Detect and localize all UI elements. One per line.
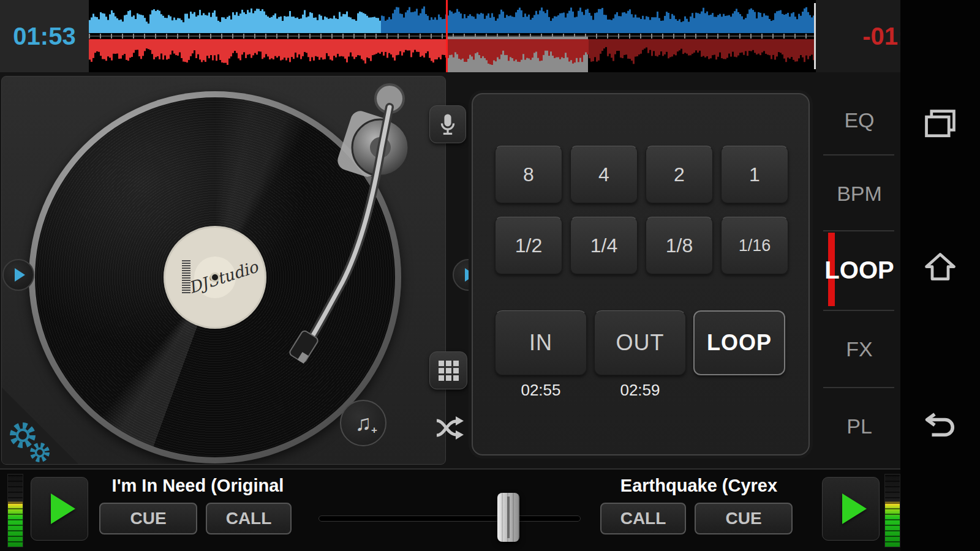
shuffle-icon	[435, 416, 465, 440]
loop-out-button[interactable]: OUT	[594, 310, 686, 375]
tab-divider	[823, 154, 894, 156]
microphone-icon	[438, 113, 458, 136]
back-icon[interactable]	[924, 411, 957, 439]
beat-button-1-8[interactable]: 1/8	[646, 217, 713, 274]
right-deck-controls: Earthquake (Cyrex CALL CUE	[600, 476, 797, 534]
plus-icon: +	[371, 424, 377, 437]
left-call-button[interactable]: CALL	[206, 503, 292, 534]
turntable-deck: DJStudio	[1, 76, 446, 465]
elapsed-time: 01:53	[0, 0, 89, 72]
grid-icon	[439, 361, 459, 381]
vinyl-brand-text: DJStudio	[186, 258, 260, 298]
tab-pl[interactable]: PL	[818, 411, 900, 441]
beat-button-1-4[interactable]: 1/4	[570, 217, 638, 274]
panel-tab-bar: EQ BPM LOOP FX PL	[818, 72, 900, 468]
beat-button-8[interactable]: 8	[495, 146, 562, 203]
loop-panel: 8 4 2 1 1/2 1/4 1/8 1/16 IN OUT LOOP 02:…	[472, 93, 810, 455]
left-cue-button[interactable]: CUE	[99, 503, 197, 534]
settings-gears-icon[interactable]	[6, 418, 55, 465]
android-nav-bar	[900, 0, 980, 551]
right-track-title: Earthquake (Cyrex	[600, 476, 797, 499]
beat-button-2[interactable]: 2	[646, 146, 713, 203]
tab-loop[interactable]: LOOP	[818, 252, 900, 288]
tab-divider	[823, 310, 894, 311]
left-level-meter	[7, 474, 23, 547]
tab-eq[interactable]: EQ	[818, 105, 900, 135]
waveform-display[interactable]	[89, 0, 816, 72]
main-area: DJStudio	[0, 72, 900, 468]
add-music-button[interactable]: ♫ +	[340, 400, 386, 446]
loop-in-button[interactable]: IN	[495, 310, 587, 375]
left-play-button[interactable]	[31, 477, 88, 541]
waveform-strip: 01:53 -01:19	[0, 0, 980, 72]
tab-bpm[interactable]: BPM	[818, 178, 900, 209]
beat-button-1-16[interactable]: 1/16	[721, 217, 788, 274]
loop-toggle-button[interactable]: LOOP	[693, 310, 785, 375]
microphone-button[interactable]	[429, 105, 466, 143]
beat-button-1[interactable]: 1	[721, 146, 788, 203]
right-call-button[interactable]: CALL	[600, 503, 686, 534]
loop-in-time: 02:55	[495, 381, 587, 400]
home-icon[interactable]	[924, 252, 956, 281]
play-icon	[51, 493, 75, 524]
recents-icon[interactable]	[924, 109, 956, 138]
loop-out-time: 02:59	[594, 381, 686, 400]
play-icon	[842, 493, 867, 524]
crossfader-handle[interactable]	[497, 493, 519, 542]
music-note-icon: ♫	[355, 410, 372, 436]
right-level-meter	[884, 474, 900, 547]
beat-button-4[interactable]: 4	[570, 146, 638, 203]
beat-length-grid: 8 4 2 1 1/2 1/4 1/8 1/16	[495, 146, 788, 274]
shuffle-button[interactable]	[431, 409, 470, 447]
tab-divider	[823, 230, 894, 231]
right-play-button[interactable]	[822, 477, 880, 541]
tab-fx[interactable]: FX	[818, 334, 900, 364]
dj-app-screen: 01:53 -01:19 DJStudio	[0, 0, 980, 551]
left-deck-nudge-button[interactable]	[2, 259, 34, 291]
right-cue-button[interactable]: CUE	[695, 503, 793, 534]
spindle	[212, 274, 218, 280]
left-deck-controls: I'm In Need (Original CUE CALL	[99, 476, 296, 534]
loop-in-out-row: IN OUT LOOP	[495, 310, 785, 375]
left-track-title: I'm In Need (Original	[99, 476, 296, 499]
transport-bar: I'm In Need (Original CUE CALL Earthquak…	[0, 468, 900, 551]
crossfader-track[interactable]	[318, 515, 581, 522]
play-arrow-icon	[15, 268, 25, 282]
beat-button-1-2[interactable]: 1/2	[495, 217, 562, 274]
pad-grid-button[interactable]	[429, 351, 467, 389]
tab-divider	[823, 387, 894, 388]
